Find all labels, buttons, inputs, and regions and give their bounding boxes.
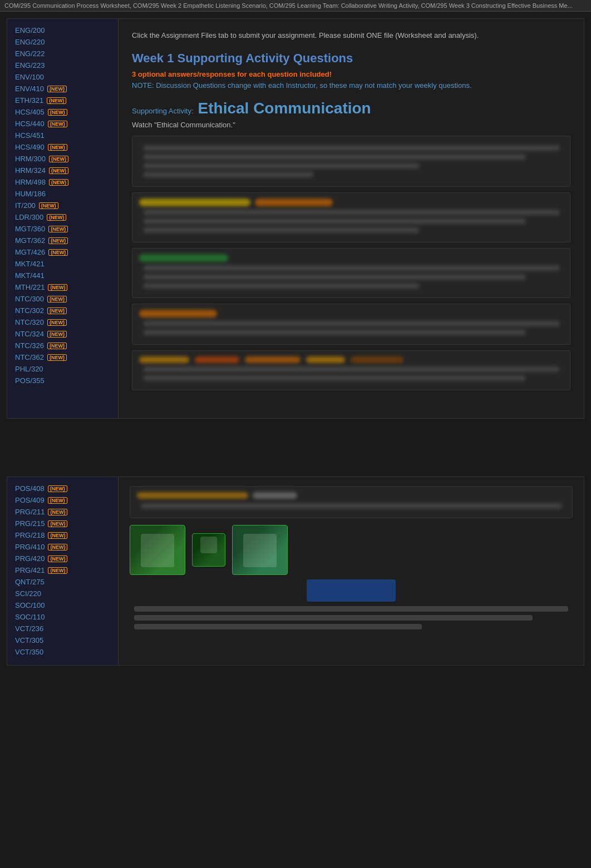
new-badge: (NEW) — [47, 296, 67, 302]
sidebar-item-qnt275[interactable]: QNT/275 — [7, 576, 118, 588]
new-badge: (NEW) — [47, 214, 66, 221]
sidebar-item-env410[interactable]: ENV/410 (NEW) — [7, 83, 118, 95]
sidebar-item-prg218[interactable]: PRG/218 (NEW) — [7, 529, 118, 541]
browser-tab-bar: COM/295 Communication Process Worksheet,… — [0, 0, 591, 12]
note-text: NOTE: Discussion Questions change with e… — [132, 81, 570, 91]
spacer — [0, 425, 591, 470]
content-block-5 — [132, 350, 570, 390]
sidebar-item-ntc320[interactable]: NTC/320 (NEW) — [7, 316, 118, 328]
sidebar-item-prg215[interactable]: PRG/215 (NEW) — [7, 518, 118, 529]
new-badge: (NEW) — [48, 109, 67, 116]
new-badge: (NEW) — [48, 555, 67, 562]
sidebar-item-sci220[interactable]: SCI/220 — [7, 588, 118, 599]
sidebar-item-ntc302[interactable]: NTC/302 (NEW) — [7, 305, 118, 316]
top-section: ENG/200 ENG/220 ENG/222 ENG/223 ENV/100 … — [7, 18, 584, 419]
new-badge: (NEW) — [47, 97, 66, 104]
browser-tab-text: COM/295 Communication Process Worksheet,… — [4, 2, 573, 9]
sidebar-item-hcs451[interactable]: HCS/451 — [7, 130, 118, 141]
sidebar-item-hcs405[interactable]: HCS/405 (NEW) — [7, 106, 118, 118]
new-badge: (NEW) — [48, 532, 67, 539]
sidebar-item-ntc326[interactable]: NTC/326 (NEW) — [7, 340, 118, 351]
new-badge: (NEW) — [48, 237, 68, 244]
sidebar-item-eth321[interactable]: ETH/321 (NEW) — [7, 95, 118, 106]
sidebar-item-hrm300[interactable]: HRM/300 (NEW) — [7, 153, 118, 165]
thumbnail-2[interactable] — [192, 533, 225, 567]
sidebar-item-mkt441[interactable]: MKT/441 — [7, 270, 118, 281]
new-badge: (NEW) — [48, 509, 67, 515]
sidebar-item-phl320[interactable]: PHL/320 — [7, 363, 118, 375]
sidebar-item-ntc324[interactable]: NTC/324 (NEW) — [7, 328, 118, 340]
sidebar-item-vct236[interactable]: VCT/236 — [7, 623, 118, 634]
sidebar-item-vct305[interactable]: VCT/305 — [7, 634, 118, 646]
new-badge: (NEW) — [39, 202, 58, 209]
bottom-blurred-row — [130, 606, 573, 629]
bottom-content-block-1 — [130, 486, 573, 518]
bottom-content-area — [119, 477, 584, 665]
sidebar-item-prg410[interactable]: PRG/410 (NEW) — [7, 541, 118, 553]
sidebar-item-eng223[interactable]: ENG/223 — [7, 59, 118, 71]
sidebar-item-hrm498[interactable]: HRM/498 (NEW) — [7, 176, 118, 188]
sidebar-item-eng222[interactable]: ENG/222 — [7, 48, 118, 59]
new-badge: (NEW) — [47, 86, 67, 92]
content-block-3 — [132, 248, 570, 298]
sidebar-item-pos409[interactable]: POS/409 (NEW) — [7, 494, 118, 506]
sidebar-item-hrm324[interactable]: HRM/324 (NEW) — [7, 165, 118, 176]
new-badge: (NEW) — [48, 226, 68, 232]
optional-note: 3 optional answers/responses for each qu… — [132, 70, 570, 78]
new-badge: (NEW) — [49, 167, 68, 174]
new-badge: (NEW) — [47, 319, 67, 326]
video-player-bar[interactable] — [307, 579, 396, 602]
new-badge: (NEW) — [48, 485, 67, 492]
new-badge: (NEW) — [47, 307, 67, 314]
new-badge: (NEW) — [47, 331, 67, 338]
sidebar-item-ntc300[interactable]: NTC/300 (NEW) — [7, 293, 118, 305]
bottom-section: POS/408 (NEW) POS/409 (NEW) PRG/211 (NEW… — [7, 477, 584, 666]
sidebar-item-mgt360[interactable]: MGT/360 (NEW) — [7, 223, 118, 235]
sidebar-item-soc100[interactable]: SOC/100 — [7, 599, 118, 611]
sidebar-item-mth221[interactable]: MTH/221 (NEW) — [7, 281, 118, 293]
sidebar-item-ldr300[interactable]: LDR/300 (NEW) — [7, 211, 118, 223]
sidebar-item-pos408[interactable]: POS/408 (NEW) — [7, 483, 118, 494]
new-badge: (NEW) — [49, 179, 68, 186]
new-badge: (NEW) — [48, 520, 67, 527]
sidebar-item-ntc362[interactable]: NTC/362 (NEW) — [7, 351, 118, 363]
sidebar-item-mgt426[interactable]: MGT/426 (NEW) — [7, 246, 118, 258]
new-badge: (NEW) — [48, 497, 67, 504]
sidebar-item-vct350[interactable]: VCT/350 — [7, 646, 118, 658]
content-block-2 — [132, 192, 570, 242]
sidebar-item-hcs490[interactable]: HCS/490 (NEW) — [7, 141, 118, 153]
watch-text: Watch "Ethical Communication." — [132, 121, 570, 129]
sidebar-item-eng200[interactable]: ENG/200 — [7, 24, 118, 36]
sidebar-item-prg420[interactable]: PRG/420 (NEW) — [7, 553, 118, 564]
new-badge: (NEW) — [48, 567, 67, 574]
sidebar-item-hcs440[interactable]: HCS/440 (NEW) — [7, 118, 118, 130]
thumbnail-grid — [130, 525, 573, 575]
sidebar-item-eng220[interactable]: ENG/220 — [7, 36, 118, 48]
new-badge: (NEW) — [48, 121, 67, 127]
instruction-text: Click the Assignment Files tab to submit… — [132, 30, 570, 41]
sidebar-item-mkt421[interactable]: MKT/421 — [7, 258, 118, 270]
sidebar-item-hum186[interactable]: HUM/186 — [7, 188, 118, 200]
sidebar-item-mgt362[interactable]: MGT/362 (NEW) — [7, 235, 118, 246]
sidebar-item-soc110[interactable]: SOC/110 — [7, 611, 118, 623]
sidebar-item-pos355[interactable]: POS/355 — [7, 375, 118, 386]
new-badge: (NEW) — [49, 156, 68, 162]
content-block-1 — [132, 136, 570, 187]
sidebar-item-it200[interactable]: IT/200 (NEW) — [7, 200, 118, 211]
sidebar-bottom: POS/408 (NEW) POS/409 (NEW) PRG/211 (NEW… — [7, 477, 119, 665]
week-title: Week 1 Supporting Activity Questions — [132, 51, 570, 66]
new-badge: (NEW) — [48, 249, 68, 256]
sidebar-item-env100[interactable]: ENV/100 — [7, 71, 118, 83]
thumbnail-3[interactable] — [232, 525, 288, 575]
new-badge: (NEW) — [48, 144, 67, 151]
content-area-top: Click the Assignment Files tab to submit… — [119, 19, 584, 418]
sidebar-item-prg421[interactable]: PRG/421 (NEW) — [7, 564, 118, 576]
sidebar-item-prg211[interactable]: PRG/211 (NEW) — [7, 506, 118, 518]
supporting-activity-row: Supporting Activity: Ethical Communicati… — [132, 100, 570, 117]
new-badge: (NEW) — [48, 284, 67, 291]
new-badge: (NEW) — [47, 354, 67, 361]
supporting-label: Supporting Activity: — [132, 107, 194, 115]
new-badge: (NEW) — [48, 544, 67, 550]
thumbnail-1[interactable] — [130, 525, 185, 575]
content-block-4 — [132, 304, 570, 345]
